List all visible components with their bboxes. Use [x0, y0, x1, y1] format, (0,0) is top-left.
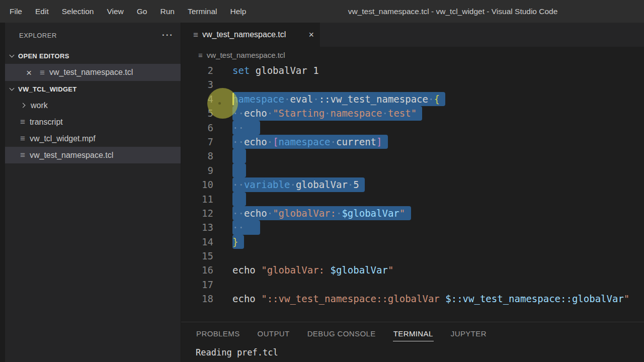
- whitespace-dot: ·: [325, 108, 330, 119]
- line-number: 6: [181, 121, 214, 135]
- file-icon: ≡: [193, 31, 198, 39]
- file-icon: ≡: [40, 68, 45, 77]
- code-line[interactable]: 6··: [181, 121, 644, 135]
- code-line-text: ··variable·globalVar·5: [232, 177, 359, 192]
- title-bar: FileEditSelectionViewGoRunTerminalHelp v…: [0, 0, 644, 23]
- line-number: 5: [181, 106, 214, 120]
- code-editor[interactable]: 2set globalVar 134namespace·eval·::vw_te…: [181, 63, 644, 322]
- whitespace-dot: ·: [232, 122, 238, 133]
- sidebar-item-label: work: [31, 101, 48, 110]
- code-line[interactable]: 14}: [181, 235, 644, 249]
- selection-highlight: [232, 192, 246, 206]
- code-line[interactable]: 17: [181, 278, 644, 292]
- menu-view[interactable]: View: [100, 4, 130, 19]
- folder-section-header[interactable]: VW_TCL_WIDGET: [5, 81, 181, 97]
- whitespace-dot: ·: [284, 94, 290, 105]
- menu-run[interactable]: Run: [153, 4, 181, 19]
- whitespace-dot: ·: [232, 108, 238, 119]
- line-number: 13: [181, 220, 214, 234]
- menu-help[interactable]: Help: [224, 4, 253, 19]
- terminal-output: Reading pref.tcl: [181, 346, 644, 357]
- chevron-right-icon: [21, 103, 26, 108]
- line-number: 8: [181, 149, 214, 163]
- panel-tab-problems[interactable]: PROBLEMS: [196, 327, 240, 341]
- panel-tab-debug-console[interactable]: DEBUG CONSOLE: [307, 327, 376, 341]
- code-line[interactable]: 8: [181, 149, 644, 163]
- chevron-down-icon: [10, 86, 15, 91]
- code-line[interactable]: 11: [181, 192, 644, 206]
- whitespace-dot: ·: [313, 94, 318, 105]
- whitespace-dot: ·: [382, 108, 387, 119]
- more-actions-icon[interactable]: ···: [162, 30, 174, 40]
- sidebar-item-label: transcript: [30, 118, 63, 127]
- line-number: 3: [181, 77, 214, 92]
- whitespace-dot: ·: [238, 208, 244, 219]
- file-icon: ≡: [20, 134, 25, 143]
- panel-tab-jupyter[interactable]: JUPYTER: [450, 327, 487, 341]
- whitespace-dot: ·: [348, 179, 353, 190]
- line-number: 15: [181, 249, 214, 263]
- whitespace-dot: ·: [267, 108, 273, 119]
- menu-go[interactable]: Go: [130, 4, 154, 19]
- code-line-text: ··: [232, 121, 244, 135]
- bottom-panel: PROBLEMSOUTPUTDEBUG CONSOLETERMINALJUPYT…: [181, 322, 644, 362]
- sidebar-item-label: vw_test_namespace.tcl: [30, 151, 113, 160]
- code-line-text: set globalVar 1: [232, 63, 319, 77]
- line-number: 9: [181, 163, 214, 177]
- code-line[interactable]: 10··variable·globalVar·5: [181, 177, 644, 192]
- line-number: 18: [181, 292, 214, 306]
- line-number: 4: [181, 92, 214, 106]
- close-icon[interactable]: ×: [26, 68, 32, 77]
- sidebar-item-vw-tcl-widget-mpf[interactable]: ≡vw_tcl_widget.mpf: [5, 130, 181, 147]
- code-line-text: echo "globalVar: $globalVar": [232, 263, 393, 277]
- line-number: 2: [181, 63, 214, 77]
- breadcrumb[interactable]: ≡ vw_test_namespace.tcl: [181, 47, 644, 63]
- line-number: 7: [181, 135, 214, 149]
- menu-selection[interactable]: Selection: [55, 4, 101, 19]
- code-line[interactable]: 9: [181, 163, 644, 177]
- line-number: 10: [181, 177, 214, 192]
- whitespace-dot: ·: [336, 208, 342, 219]
- code-line[interactable]: 4namespace·eval·::vw_test_namespace·{: [181, 92, 644, 106]
- panel-tab-terminal[interactable]: TERMINAL: [393, 327, 434, 341]
- whitespace-dot: ·: [232, 222, 238, 233]
- whitespace-dot: ·: [238, 179, 244, 190]
- whitespace-dot: ·: [238, 136, 244, 147]
- code-line-text: ··echo·[namespace·current]: [232, 135, 382, 149]
- line-number: 11: [181, 192, 214, 206]
- editor-group: ≡ vw_test_namespace.tcl × ≡ vw_test_name…: [181, 23, 644, 362]
- code-line[interactable]: 12··echo·"globalVar:·$globalVar": [181, 206, 644, 220]
- chevron-down-icon: [10, 53, 15, 58]
- open-editors-section-header[interactable]: OPEN EDITORS: [5, 48, 181, 64]
- code-line-text: ··echo·"Starting·namespace·test": [232, 106, 417, 120]
- whitespace-dot: ·: [290, 179, 295, 190]
- code-line[interactable]: 5··echo·"Starting·namespace·test": [181, 106, 644, 120]
- code-line[interactable]: 3: [181, 77, 644, 92]
- menu-bar: FileEditSelectionViewGoRunTerminalHelp: [0, 4, 253, 19]
- whitespace-dot: ·: [238, 222, 244, 233]
- whitespace-dot: ·: [267, 136, 273, 147]
- sidebar-item-work[interactable]: work: [5, 97, 181, 114]
- close-icon[interactable]: ×: [308, 30, 314, 39]
- code-line[interactable]: 16echo "globalVar: $globalVar": [181, 263, 644, 277]
- code-line-text: ··: [232, 220, 244, 234]
- code-line[interactable]: 13··: [181, 220, 644, 234]
- code-line-text: }: [232, 235, 238, 249]
- breadcrumb-label: vw_test_namespace.tcl: [207, 51, 285, 59]
- whitespace-dot: ·: [428, 94, 434, 105]
- open-editor-item[interactable]: ×≡vw_test_namespace.tcl: [5, 64, 181, 81]
- code-line[interactable]: 15: [181, 249, 644, 263]
- code-line[interactable]: 7··echo·[namespace·current]: [181, 135, 644, 149]
- code-line[interactable]: 18echo "::vw_test_namespace::globalVar $…: [181, 292, 644, 306]
- tab-vw-test-namespace[interactable]: ≡ vw_test_namespace.tcl ×: [181, 23, 320, 47]
- panel-tab-output[interactable]: OUTPUT: [257, 327, 290, 341]
- menu-edit[interactable]: Edit: [29, 4, 55, 19]
- menu-terminal[interactable]: Terminal: [181, 4, 224, 19]
- sidebar-item-transcript[interactable]: ≡transcript: [5, 114, 181, 130]
- menu-file[interactable]: File: [3, 4, 29, 19]
- code-line[interactable]: 2set globalVar 1: [181, 63, 644, 77]
- whitespace-dot: ·: [232, 208, 238, 219]
- sidebar-item-vw-test-namespace-tcl[interactable]: ≡vw_test_namespace.tcl: [5, 147, 181, 163]
- explorer-title: EXPLORER: [19, 32, 162, 39]
- click-indicator-dot: [218, 102, 221, 105]
